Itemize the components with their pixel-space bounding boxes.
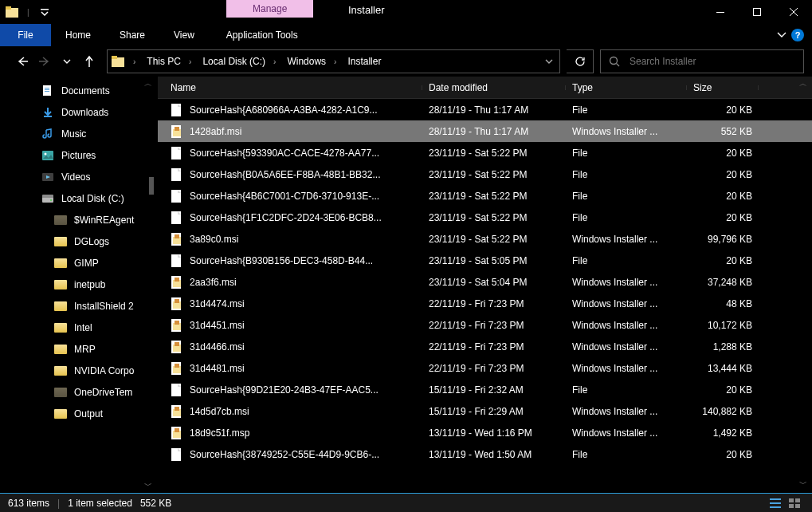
chevron-right-icon[interactable]: › xyxy=(329,57,341,66)
manage-tab-label[interactable]: Manage xyxy=(226,0,313,18)
sidebar-subitem[interactable]: Intel xyxy=(0,317,157,338)
close-button[interactable] xyxy=(775,0,812,24)
table-row[interactable]: 3a89c0.msi23/11/19 - Sat 5:22 PMWindows … xyxy=(158,228,812,250)
explorer-app-icon[interactable] xyxy=(0,0,24,24)
forward-button[interactable] xyxy=(33,50,56,73)
sidebar-subitem[interactable]: Output xyxy=(0,403,157,424)
table-row[interactable]: 31d4466.msi22/11/19 - Fri 7:23 PMWindows… xyxy=(158,336,812,357)
sidebar-item[interactable]: Videos xyxy=(0,166,157,187)
table-row[interactable]: SourceHash{593390AC-CACE-4278-AA77...23/… xyxy=(158,142,812,163)
table-row[interactable]: SourceHash{A680966A-A3BA-4282-A1C9...28/… xyxy=(158,99,812,120)
scroll-down-icon[interactable]: ﹀ xyxy=(798,479,809,490)
sidebar-subitem[interactable]: $WinREAgent xyxy=(0,209,157,230)
sidebar-item-label: Videos xyxy=(61,171,90,183)
file-date: 28/11/19 - Thu 1:17 AM xyxy=(422,104,566,116)
table-row[interactable]: SourceHash{B0A5A6EE-F8BA-48B1-BB32...23/… xyxy=(158,163,812,185)
folder-icon[interactable] xyxy=(108,56,128,67)
recent-locations-button[interactable] xyxy=(56,50,78,73)
sidebar-item[interactable]: Documents xyxy=(0,80,157,101)
file-date: 23/11/19 - Sat 5:22 PM xyxy=(422,234,566,245)
chevron-right-icon[interactable]: › xyxy=(128,57,140,66)
table-row[interactable]: SourceHash{4B6C7001-C7D6-3710-913E-...23… xyxy=(158,185,812,207)
sidebar-subitem[interactable]: OneDriveTem xyxy=(0,381,157,403)
svg-rect-60 xyxy=(795,504,800,508)
file-type: Windows Installer ... xyxy=(566,427,687,439)
file-icon xyxy=(171,103,183,117)
chevron-right-icon[interactable]: › xyxy=(269,57,280,66)
sidebar-item[interactable]: Music xyxy=(0,123,157,144)
scrollbar-thumb[interactable] xyxy=(149,177,154,195)
address-dropdown-icon[interactable] xyxy=(539,58,559,65)
main-pane: ︿ ﹀ DocumentsDownloadsMusicPicturesVideo… xyxy=(0,77,812,493)
chevron-right-icon[interactable]: › xyxy=(184,57,196,66)
folder-icon xyxy=(54,235,67,248)
column-name[interactable]: Name xyxy=(164,82,422,93)
file-size: 99,796 KB xyxy=(687,234,759,245)
breadcrumb-windows[interactable]: Windows xyxy=(280,50,329,73)
file-date: 15/11/19 - Fri 2:29 AM xyxy=(422,406,566,417)
table-row[interactable]: 31d4481.msi22/11/19 - Fri 7:23 PMWindows… xyxy=(158,357,812,379)
up-button[interactable] xyxy=(78,50,100,73)
sidebar-subitem[interactable]: NVIDIA Corpo xyxy=(0,360,157,381)
table-row[interactable]: 31d4451.msi22/11/19 - Fri 7:23 PMWindows… xyxy=(158,314,812,336)
scroll-down-icon[interactable]: ﹀ xyxy=(143,480,154,491)
file-date: 22/11/19 - Fri 7:23 PM xyxy=(422,298,566,309)
file-size: 20 KB xyxy=(687,191,759,202)
breadcrumb-this-pc[interactable]: This PC xyxy=(140,50,184,73)
maximize-button[interactable] xyxy=(739,0,775,24)
sidebar-item[interactable]: Local Disk (C:) xyxy=(0,187,157,209)
scroll-up-icon[interactable]: ︿ xyxy=(798,78,809,89)
table-row[interactable]: SourceHash{1F1C2DFC-2D24-3E06-BCB8...23/… xyxy=(158,207,812,228)
file-icon xyxy=(171,167,183,182)
file-icon xyxy=(171,297,183,311)
table-row[interactable]: 14d5d7cb.msi15/11/19 - Fri 2:29 AMWindow… xyxy=(158,400,812,422)
view-tab[interactable]: View xyxy=(159,24,209,46)
scroll-up-icon[interactable]: ︿ xyxy=(143,78,154,89)
table-row[interactable]: 18d9c51f.msp13/11/19 - Wed 1:16 PMWindow… xyxy=(158,422,812,443)
sidebar-subitem[interactable]: MRP xyxy=(0,338,157,360)
home-tab[interactable]: Home xyxy=(51,24,105,46)
qat-customize-icon[interactable] xyxy=(33,0,57,24)
sidebar-subitem[interactable]: GIMP xyxy=(0,252,157,274)
file-name: 31d4466.msi xyxy=(190,341,245,352)
minimize-button[interactable] xyxy=(702,0,739,24)
column-date[interactable]: Date modified xyxy=(422,82,566,93)
sidebar-item-label: Local Disk (C:) xyxy=(61,193,124,204)
sidebar-item[interactable]: Downloads xyxy=(0,101,157,123)
file-menu[interactable]: File xyxy=(0,24,51,46)
breadcrumb[interactable]: › This PC › Local Disk (C:) › Windows › … xyxy=(107,49,560,73)
search-box[interactable] xyxy=(600,49,804,73)
file-type: Windows Installer ... xyxy=(566,126,687,137)
breadcrumb-installer[interactable]: Installer xyxy=(341,50,384,73)
file-size: 20 KB xyxy=(687,255,759,266)
sidebar-item-label: MRP xyxy=(74,344,96,355)
sidebar-subitem[interactable]: inetpub xyxy=(0,274,157,295)
application-tools-tab[interactable]: Application Tools xyxy=(209,24,316,46)
table-row[interactable]: SourceHash{99D21E20-24B3-47EF-AAC5...15/… xyxy=(158,379,812,400)
back-button[interactable] xyxy=(11,50,33,73)
share-tab[interactable]: Share xyxy=(105,24,159,46)
file-date: 23/11/19 - Sat 5:22 PM xyxy=(422,212,566,223)
help-button[interactable]: ? xyxy=(791,29,804,41)
sidebar-item[interactable]: Pictures xyxy=(0,144,157,166)
table-row[interactable]: 1428abf.msi28/11/19 - Thu 1:17 AMWindows… xyxy=(158,120,812,142)
details-view-button[interactable] xyxy=(766,495,785,511)
table-row[interactable]: SourceHash{B930B156-DEC3-458D-B44...23/1… xyxy=(158,250,812,271)
search-input[interactable] xyxy=(630,56,795,67)
column-type[interactable]: Type xyxy=(566,82,687,93)
table-row[interactable]: SourceHash{38749252-C55E-44D9-9CB6-...13… xyxy=(158,443,812,465)
file-icon xyxy=(171,404,183,419)
breadcrumb-drive[interactable]: Local Disk (C:) xyxy=(196,50,269,73)
sidebar-item-label: GIMP xyxy=(74,258,99,269)
column-size[interactable]: Size xyxy=(687,82,759,93)
sidebar-subitem[interactable]: DGLogs xyxy=(0,230,157,252)
pictures-icon xyxy=(41,149,54,162)
sidebar-subitem[interactable]: InstallShield 2 xyxy=(0,295,157,317)
ribbon-expand-icon[interactable] xyxy=(777,32,787,38)
table-row[interactable]: 2aa3f6.msi23/11/19 - Sat 5:04 PMWindows … xyxy=(158,271,812,293)
refresh-button[interactable] xyxy=(567,49,594,73)
svg-rect-2 xyxy=(41,9,49,10)
table-row[interactable]: 31d4474.msi22/11/19 - Fri 7:23 PMWindows… xyxy=(158,293,812,314)
file-size: 20 KB xyxy=(687,384,759,396)
thumbnails-view-button[interactable] xyxy=(785,495,804,511)
